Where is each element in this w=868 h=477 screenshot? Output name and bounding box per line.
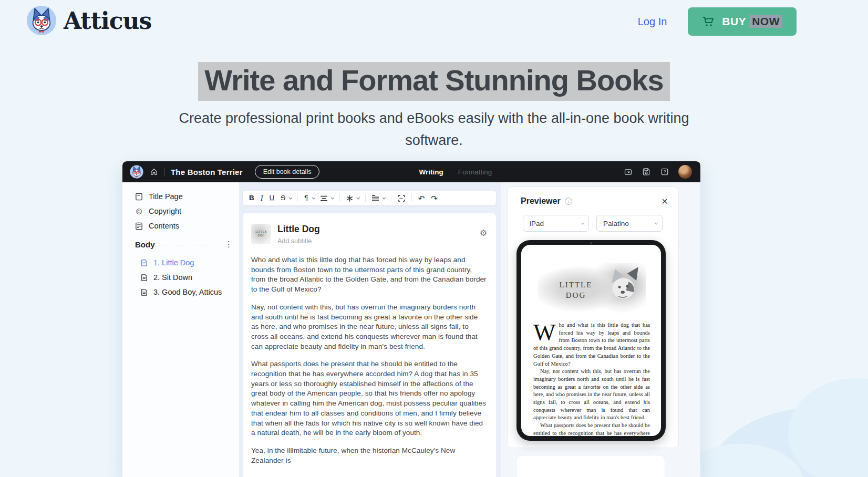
home-icon[interactable] <box>149 167 159 177</box>
hero-section: Write and Format Stunning Books Create p… <box>0 62 868 152</box>
drop-cap: W <box>533 322 559 341</box>
login-link[interactable]: Log In <box>638 16 667 28</box>
previewer-header: Previewer i × <box>508 187 678 206</box>
editor-paragraph: Nay, not content with this, but has over… <box>251 303 487 352</box>
chapter-thumbnail[interactable]: LITTLE DOG <box>251 224 271 244</box>
app-window: The Boston Terrier Edit book details Wri… <box>122 161 700 477</box>
sidebar-item-label: Copyright <box>149 207 181 215</box>
font-select[interactable]: Palatino <box>596 215 663 232</box>
chevron-down-icon <box>330 195 334 199</box>
chevron-down-icon <box>382 195 386 199</box>
user-avatar[interactable] <box>678 165 692 179</box>
book-title: The Boston Terrier <box>171 168 243 177</box>
buy-now-button[interactable]: BUYNOW <box>688 7 797 36</box>
line-spacing-button[interactable] <box>372 195 385 201</box>
special-characters-button[interactable] <box>346 195 359 202</box>
sidebar-item-label: Title Page <box>149 192 183 201</box>
subtitle-placeholder[interactable]: Add subtitle <box>277 237 320 245</box>
brand-name: Atticus <box>64 7 151 34</box>
editor-text-area[interactable]: Who and what is this little dog that has… <box>251 255 487 465</box>
topbar-divider <box>164 168 165 176</box>
chevron-down-icon <box>581 221 584 224</box>
chapter-page-icon <box>140 274 148 282</box>
tab-formatting[interactable]: Formatting <box>458 168 492 176</box>
book-preview-text: Who and what is this little dog that has… <box>533 322 650 436</box>
previewer-title: Previewer <box>521 196 561 206</box>
underline-button[interactable]: U <box>270 194 275 202</box>
chapter-title[interactable]: Little Dog <box>277 224 320 235</box>
edit-book-details-button[interactable]: Edit book details <box>255 165 320 179</box>
redo-button[interactable]: ↷ <box>431 194 438 202</box>
site-header: Atticus Log In BUYNOW <box>0 0 868 44</box>
chapter-thumbnail-text: LITTLE DOG <box>254 230 268 237</box>
svg-text:?: ? <box>664 169 666 174</box>
paragraph-style-button[interactable]: ¶ <box>304 194 314 202</box>
gear-icon[interactable]: ⚙ <box>480 228 487 238</box>
topbar-actions: ? <box>623 165 692 179</box>
device-select[interactable]: iPad <box>523 215 589 232</box>
chapter-item-good-boy[interactable]: 3. Good Boy, Atticus <box>140 285 235 299</box>
editor-paragraph: What passports does he present that he s… <box>251 359 487 438</box>
chapter-label: 3. Good Boy, Atticus <box>153 288 222 296</box>
editor-card: LITTLE DOG Little Dog Add subtitle ⚙ Who… <box>243 213 496 477</box>
page-break-button[interactable] <box>398 195 405 202</box>
chapter-page-icon <box>140 259 148 267</box>
chapter-item-sit-down[interactable]: 2. Sit Down <box>140 270 235 285</box>
title-page-icon <box>135 193 143 201</box>
chapter-sidebar: Title Page © Copyright Contents Body ⋮ 1… <box>122 182 239 477</box>
dog-sketch-icon <box>603 265 642 307</box>
chevron-down-icon <box>356 195 360 199</box>
chevron-down-icon <box>289 195 293 199</box>
hero-title: Write and Format Stunning Books <box>198 62 669 101</box>
ipad-screen: LITTLE DOG <box>521 245 661 436</box>
editor-paragraph: Who and what is this little dog that has… <box>251 255 487 295</box>
asterisk-icon <box>346 195 353 202</box>
chapter-artwork: LITTLE DOG <box>538 263 646 313</box>
contents-icon <box>135 222 143 230</box>
page-break-icon <box>398 195 405 202</box>
formatting-toolbar: B I U S ¶ <box>243 191 496 205</box>
chevron-down-icon <box>312 195 315 199</box>
close-icon[interactable]: × <box>662 196 668 206</box>
copyright-icon: © <box>135 207 143 216</box>
italic-button[interactable]: I <box>261 194 263 202</box>
help-icon[interactable]: ? <box>660 167 669 177</box>
previewer-column: Previewer i × iPad Palatino <box>501 182 700 477</box>
buy-now-selected: NOW <box>749 15 782 28</box>
previewer-footer-bar <box>516 455 665 477</box>
editor-column: B I U S ¶ <box>239 182 501 477</box>
chapter-artwork-text: LITTLE DOG <box>557 279 594 301</box>
chevron-down-icon <box>654 221 658 224</box>
body-section-header: Body ⋮ <box>135 237 235 252</box>
book-paragraph: Who and what is this little dog that has… <box>533 322 650 368</box>
kebab-menu-icon[interactable]: ⋮ <box>223 240 235 249</box>
save-icon[interactable] <box>642 167 651 177</box>
strikethrough-button[interactable]: S <box>281 194 291 202</box>
brand-logo[interactable]: Atticus <box>26 5 151 36</box>
body-section-label: Body <box>135 240 155 249</box>
chapter-label: 1. Little Dog <box>153 258 194 267</box>
sidebar-item-label: Contents <box>149 222 179 230</box>
info-icon[interactable]: i <box>565 198 572 205</box>
chapter-list: 1. Little Dog 2. Sit Down 3. Good Boy, A… <box>135 255 235 299</box>
undo-button[interactable]: ↶ <box>418 194 425 202</box>
cloud-decoration <box>788 378 868 477</box>
app-tabs: Writing Formatting <box>419 168 492 176</box>
page: Atticus Log In BUYNOW Write and Format S… <box>0 0 868 477</box>
bold-button[interactable]: B <box>249 194 254 202</box>
sidebar-item-contents[interactable]: Contents <box>135 219 235 233</box>
export-icon[interactable] <box>623 167 633 177</box>
ipad-mockup: LITTLE DOG <box>516 240 666 441</box>
sidebar-item-title-page[interactable]: Title Page <box>135 189 235 204</box>
tab-writing[interactable]: Writing <box>419 168 443 176</box>
atticus-dog-icon <box>26 5 57 36</box>
cart-icon <box>702 15 715 28</box>
hero-subtitle: Create professional print books and eBoo… <box>163 108 705 152</box>
app-logo-icon[interactable] <box>130 165 143 179</box>
device-select-value: iPad <box>530 220 544 227</box>
align-button[interactable] <box>321 195 333 201</box>
sidebar-item-copyright[interactable]: © Copyright <box>135 204 235 219</box>
chapter-item-little-dog[interactable]: 1. Little Dog <box>140 255 235 270</box>
chapter-label: 2. Sit Down <box>153 273 192 282</box>
align-icon <box>321 195 327 201</box>
